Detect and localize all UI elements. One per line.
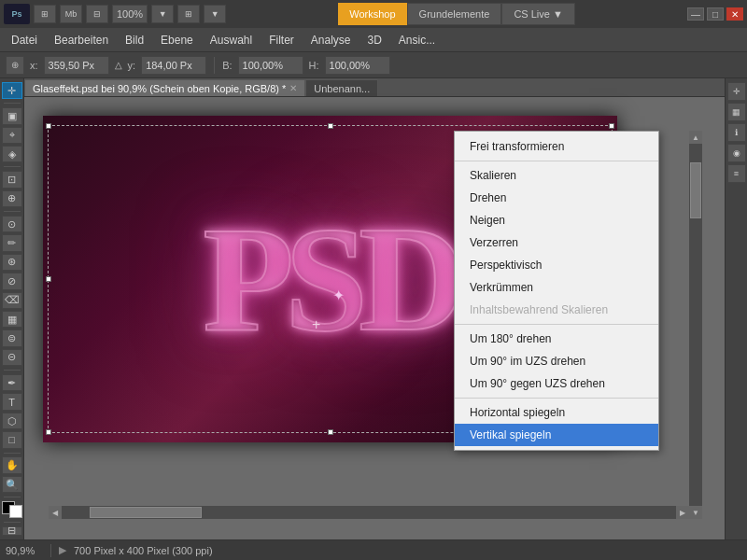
background-color[interactable] (9, 505, 22, 518)
titlebar-left: Ps ⊞ Mb ⊟ 100% ▼ ⊞ ▼ (4, 4, 226, 24)
menu-item-neigen[interactable]: Neigen (455, 209, 658, 231)
h-label: H: (309, 60, 319, 71)
titlebar: Ps ⊞ Mb ⊟ 100% ▼ ⊞ ▼ Workshop Grundeleme… (0, 0, 747, 28)
menu-item-um90guzs[interactable]: Um 90° gegen UZS drehen (455, 372, 658, 395)
tool-selection[interactable]: ▣ (2, 107, 22, 124)
horizontal-scrollbar[interactable]: ◀ ▶ (49, 506, 689, 519)
menu-analyse[interactable]: Analyse (303, 31, 359, 49)
scroll-down-arrow[interactable]: ▼ (689, 506, 702, 519)
vertical-scrollbar[interactable]: ▲ ▼ (689, 131, 702, 519)
menu-filter[interactable]: Filter (261, 31, 302, 49)
scroll-up-arrow[interactable]: ▲ (689, 131, 702, 144)
tool-hand[interactable]: ✋ (2, 456, 22, 473)
screen-mode[interactable]: ⊟ (2, 526, 22, 536)
menu-bearbeiten[interactable]: Bearbeiten (47, 31, 116, 49)
scroll-track-v[interactable] (689, 144, 702, 506)
scroll-track-h[interactable] (62, 506, 676, 519)
menu-item-horizontal[interactable]: Horizontal spiegeln (455, 401, 658, 424)
doc-tab-glaseffekt[interactable]: Glaseffekt.psd bei 90,9% (Schein oben Ko… (24, 79, 305, 96)
tool-blur[interactable]: ⊜ (2, 329, 22, 346)
menu-datei[interactable]: Datei (4, 31, 45, 49)
handle-topleft[interactable] (46, 123, 51, 129)
tool-eyedropper[interactable]: ⊕ (2, 190, 22, 207)
panel-layers[interactable]: ≡ (727, 164, 746, 183)
transform-dropdown-menu: Frei transformieren Skalieren Drehen Nei… (454, 131, 659, 451)
minimize-button[interactable]: — (687, 7, 704, 21)
menu-separator-1 (455, 161, 658, 161)
tool-eraser[interactable]: ⌫ (2, 292, 22, 309)
tool-dodge[interactable]: ⊝ (2, 349, 22, 366)
menu-bild[interactable]: Bild (118, 31, 151, 49)
view-options[interactable]: ⊞ (177, 5, 200, 23)
menu-item-verkrümmen[interactable]: Verkrümmen (455, 276, 658, 299)
tool-stamp[interactable]: ⊛ (2, 254, 22, 271)
tool-move[interactable]: ✛ (2, 82, 22, 99)
menu-item-um180[interactable]: Um 180° drehen (455, 328, 658, 350)
scroll-thumb-h[interactable] (90, 507, 202, 518)
panel-color[interactable]: ◉ (727, 144, 746, 162)
titlebar-right: — □ ✕ (687, 7, 743, 21)
tool-zoom[interactable]: 🔍 (2, 476, 22, 493)
tab-cslive[interactable]: CS Live ▼ (501, 3, 574, 25)
panel-navigate[interactable]: ✛ (727, 82, 746, 101)
handle-bottomcenter[interactable] (328, 429, 333, 435)
scroll-left-arrow[interactable]: ◀ (49, 506, 62, 519)
menu-3d[interactable]: 3D (360, 31, 389, 49)
mode-button[interactable]: ⊟ (86, 5, 108, 23)
menu-item-um90uzs[interactable]: Um 90° im UZS drehen (455, 350, 658, 372)
menu-item-vertikal[interactable]: Vertikal spiegeln (455, 424, 658, 446)
tool-pen[interactable]: ✒ (2, 374, 22, 391)
ps-logo: Ps (4, 4, 30, 24)
tool-sep-5 (4, 453, 21, 454)
panel-info[interactable]: ℹ (727, 123, 746, 142)
tool-brush[interactable]: ✏ (2, 234, 22, 251)
h-input[interactable] (325, 56, 390, 75)
menu-separator-2 (455, 324, 658, 325)
bridge-button[interactable]: Mb (60, 5, 82, 23)
panel-histogram[interactable]: ▦ (727, 103, 746, 121)
doc-tab-unbenannt[interactable]: Unbenann... (305, 79, 378, 96)
tool-history[interactable]: ⊘ (2, 273, 22, 289)
menu-auswahl[interactable]: Auswahl (203, 31, 260, 49)
tool-text[interactable]: T (2, 393, 22, 410)
handle-bottomleft[interactable] (46, 429, 51, 435)
handle-topright[interactable] (609, 123, 614, 129)
tab-workshop[interactable]: Workshop (338, 3, 406, 25)
menu-item-skalieren[interactable]: Skalieren (455, 164, 658, 187)
tool-magicwand[interactable]: ◈ (2, 146, 22, 162)
menu-item-verzerren[interactable]: Verzerren (455, 231, 658, 254)
tool-sep-6 (4, 497, 21, 497)
close-button[interactable]: ✕ (726, 7, 743, 21)
handle-topcenter[interactable] (328, 123, 333, 129)
menu-item-drehen[interactable]: Drehen (455, 187, 658, 209)
delta-icon: △ (115, 60, 122, 70)
handle-midleft[interactable] (46, 276, 51, 282)
tool-lasso[interactable]: ⌖ (2, 127, 22, 144)
psd-text: PSD (203, 193, 457, 366)
tool-crop[interactable]: ⊡ (2, 171, 22, 188)
tab-grundelemente[interactable]: Grundelemente (407, 3, 502, 25)
menu-ansicht[interactable]: Ansic... (391, 31, 443, 49)
menu-ebene[interactable]: Ebene (153, 31, 201, 49)
arrange-button[interactable]: ⊞ (34, 5, 56, 23)
tool-gradient[interactable]: ▦ (2, 311, 22, 328)
status-arrow-btn[interactable]: ▶ (59, 544, 66, 556)
x-input[interactable] (44, 56, 109, 75)
tool-path[interactable]: ⬡ (2, 413, 22, 429)
b-input[interactable] (238, 56, 303, 75)
scroll-thumb-v[interactable] (690, 162, 701, 218)
view-dropdown[interactable]: ▼ (204, 5, 226, 23)
tool-sep-4 (4, 370, 21, 371)
zoom-dropdown[interactable]: ▼ (151, 5, 174, 23)
menu-item-frei-transformieren[interactable]: Frei transformieren (455, 135, 658, 158)
tab-close-1[interactable]: ✕ (289, 83, 297, 93)
optionsbar: ⊕ x: △ y: B: H: (0, 52, 747, 78)
y-input[interactable] (141, 56, 206, 75)
maximize-button[interactable]: □ (707, 7, 724, 21)
scroll-right-arrow[interactable]: ▶ (676, 506, 689, 519)
menu-item-perspektivisch[interactable]: Perspektivisch (455, 254, 658, 276)
tool-heal[interactable]: ⊙ (2, 216, 22, 232)
foreground-background[interactable] (2, 501, 22, 518)
x-label: x: (30, 60, 38, 71)
tool-shape[interactable]: □ (2, 431, 22, 448)
